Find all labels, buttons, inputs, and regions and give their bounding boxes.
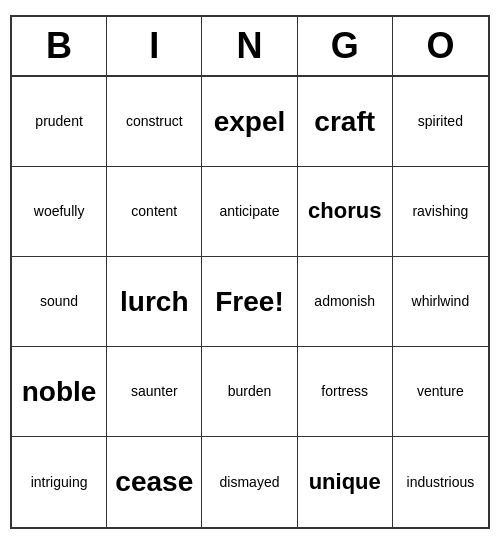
cell-r2-c3: admonish [298,257,393,347]
cell-r2-c1: lurch [107,257,202,347]
cell-r4-c3: unique [298,437,393,527]
cell-r1-c0: woefully [12,167,107,257]
bingo-header: BINGO [12,17,488,77]
cell-r0-c0: prudent [12,77,107,167]
cell-r3-c1: saunter [107,347,202,437]
cell-r1-c2: anticipate [202,167,297,257]
header-letter-B: B [12,17,107,75]
cell-r0-c3: craft [298,77,393,167]
header-letter-G: G [298,17,393,75]
cell-r3-c2: burden [202,347,297,437]
cell-r3-c4: venture [393,347,488,437]
cell-r4-c4: industrious [393,437,488,527]
cell-r0-c4: spirited [393,77,488,167]
header-letter-N: N [202,17,297,75]
cell-r3-c0: noble [12,347,107,437]
cell-r4-c1: cease [107,437,202,527]
cell-r4-c2: dismayed [202,437,297,527]
cell-r2-c0: sound [12,257,107,347]
cell-r3-c3: fortress [298,347,393,437]
cell-r2-c4: whirlwind [393,257,488,347]
cell-r0-c1: construct [107,77,202,167]
bingo-card: BINGO prudentconstructexpelcraftspirited… [10,15,490,529]
header-letter-I: I [107,17,202,75]
cell-r1-c4: ravishing [393,167,488,257]
header-letter-O: O [393,17,488,75]
cell-r4-c0: intriguing [12,437,107,527]
cell-r1-c1: content [107,167,202,257]
cell-r2-c2: Free! [202,257,297,347]
bingo-grid: prudentconstructexpelcraftspiritedwoeful… [12,77,488,527]
cell-r1-c3: chorus [298,167,393,257]
cell-r0-c2: expel [202,77,297,167]
